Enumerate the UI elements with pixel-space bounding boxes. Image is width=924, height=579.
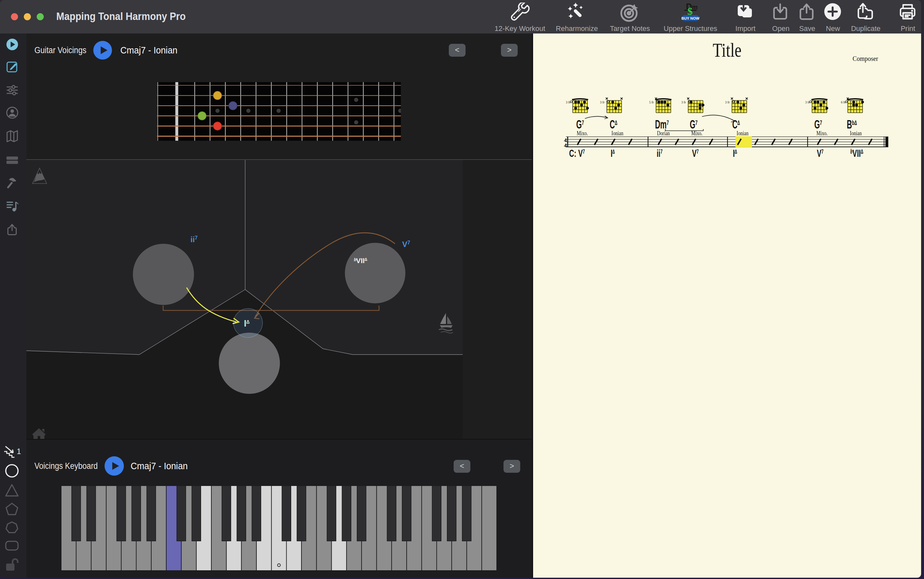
svg-text:4: 4 (564, 142, 567, 149)
svg-text:3 fr: 3 fr (600, 100, 605, 104)
svg-text:6 fr: 6 fr (841, 100, 846, 104)
svg-text:BUY NOW: BUY NOW (681, 16, 699, 20)
svg-text:5 fr: 5 fr (649, 100, 654, 104)
svg-text:3 fr: 3 fr (681, 100, 686, 104)
svg-text:3 fr: 3 fr (725, 100, 730, 104)
svg-text:3 fr: 3 fr (805, 100, 810, 104)
svg-text:3 fr: 3 fr (566, 100, 571, 104)
